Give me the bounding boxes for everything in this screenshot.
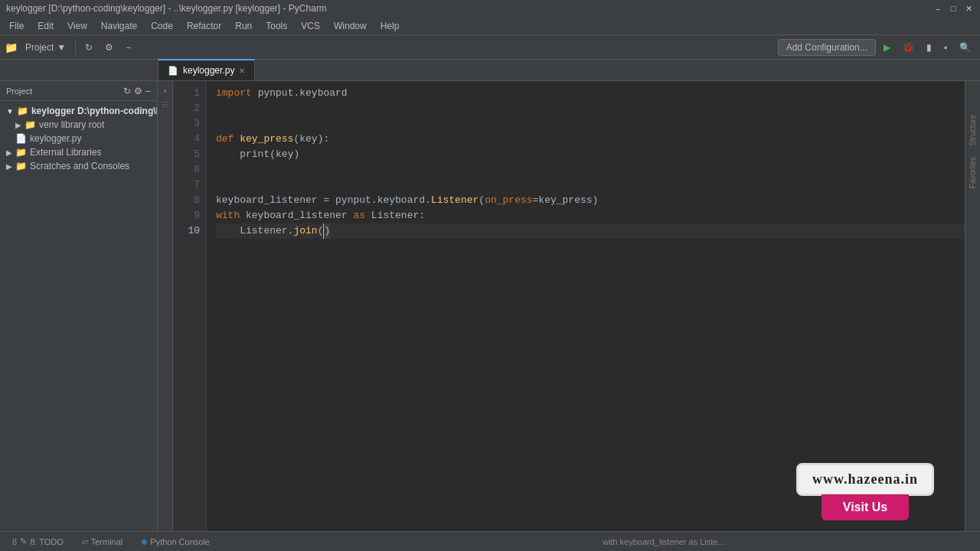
terminal-label: Terminal — [91, 537, 123, 546]
line-num-2: 2 — [173, 101, 200, 116]
ext-libs-folder-icon: 📁 — [15, 147, 27, 158]
code-line-10: Listener.join() — [216, 223, 965, 239]
menu-tools[interactable]: Tools — [260, 19, 293, 33]
code-line-8: keyboard_listener = pynput.keyboard.List… — [216, 193, 965, 208]
line-num-9: 9 — [173, 208, 200, 223]
tree-item-venv[interactable]: ▶ 📁 venv library root — [0, 118, 157, 132]
tab-bar: 📄 keylogger.py ✕ — [0, 60, 980, 81]
tab-label: keylogger.py — [183, 65, 234, 76]
right-panel-structure[interactable]: Structure — [967, 112, 978, 149]
toolbar: 📁 Project ▼ ↻ ⚙ − Add Configuration... ▶… — [0, 35, 980, 60]
tree-label-scratches-consoles: Scratches and Consoles — [30, 161, 129, 171]
tab-py-icon: 📄 — [168, 66, 178, 76]
code-line-5: print(key) — [216, 147, 965, 162]
line-numbers: 1 2 3 4 5 6 7 8 9 10 — [173, 81, 207, 531]
maximize-button[interactable]: □ — [948, 3, 959, 14]
line-num-10: 10 — [173, 223, 200, 239]
code-line-7 — [216, 178, 965, 193]
line-num-5: 5 — [173, 147, 200, 162]
run-icon[interactable]: ▶ — [879, 40, 895, 55]
terminal-tab[interactable]: ▱ Terminal — [76, 534, 129, 549]
line-num-6: 6 — [173, 162, 200, 178]
project-icon: 📁 — [5, 41, 18, 54]
tree-item-keylogger-py[interactable]: 📄 keylogger.py — [0, 132, 157, 145]
sidebar-collapse-icon[interactable]: – — [145, 86, 151, 96]
add-configuration-button[interactable]: Add Configuration... — [778, 39, 876, 56]
debug-icon[interactable]: 🐞 — [898, 40, 919, 55]
tab-close-icon[interactable]: ✕ — [239, 67, 245, 75]
folder-expand-icon: ▼ — [6, 107, 14, 116]
code-line-9: with keyboard_listener as Listener: — [216, 208, 965, 223]
folder-arrow-icon: ▶ — [15, 121, 21, 129]
project-folder-icon: 📁 — [17, 106, 28, 116]
menu-run[interactable]: Run — [229, 19, 258, 33]
todo-icon: ✎ — [20, 536, 27, 546]
python-icon: ◆ — [141, 536, 147, 546]
profile-icon[interactable]: ▪ — [939, 40, 952, 55]
python-console-tab[interactable]: ◆ Python Console — [135, 534, 216, 549]
code-line-6 — [216, 162, 965, 178]
watermark-cta[interactable]: Visit Us — [822, 494, 909, 520]
code-line-2 — [216, 101, 965, 116]
menu-window[interactable]: Window — [328, 19, 373, 33]
line-num-3: 3 — [173, 116, 200, 132]
toolbar-separator — [75, 40, 76, 55]
code-line-4: def key_press(key): — [216, 132, 965, 147]
coverage-icon[interactable]: ▮ — [922, 40, 936, 55]
tree-item-keylogger-root[interactable]: ▼ 📁 keylogger D:\python-coding\ke — [0, 104, 157, 118]
scratches-arrow-icon: ▶ — [6, 162, 12, 171]
file-tree: ▼ 📁 keylogger D:\python-coding\ke ▶ 📁 ve… — [0, 101, 157, 531]
sidebar-refresh-icon[interactable]: ↻ — [123, 86, 131, 96]
tree-item-scratches-consoles[interactable]: ▶ 📁 Scratches and Consoles — [0, 159, 157, 173]
window-title: keylogger [D:\python-coding\keylogger] -… — [6, 3, 327, 14]
menu-bar: File Edit View Navigate Code Refactor Ru… — [0, 17, 980, 35]
sidebar-settings-icon[interactable]: ⚙ — [134, 86, 142, 96]
python-console-label: Python Console — [150, 537, 210, 546]
line-num-4: 4 — [173, 132, 200, 147]
tree-label-venv: venv library root — [39, 119, 104, 130]
menu-help[interactable]: Help — [374, 19, 406, 33]
title-bar: keylogger [D:\python-coding\keylogger] -… — [0, 0, 980, 17]
minus-icon[interactable]: − — [121, 40, 136, 55]
gutter-structure-icon[interactable]: ☷ — [159, 98, 172, 110]
search-icon[interactable]: 🔍 — [955, 40, 975, 55]
editor-left-gutter: ♦ ☷ — [158, 81, 173, 531]
project-dropdown[interactable]: Project ▼ — [21, 40, 70, 55]
watermark-overlay: www.hazeena.in Visit Us — [796, 463, 934, 520]
venv-folder-icon: 📁 — [24, 119, 36, 130]
minimize-button[interactable]: – — [933, 3, 943, 14]
tree-label-root: keylogger D:\python-coding\ke — [31, 106, 157, 116]
menu-vcs[interactable]: VCS — [295, 19, 326, 33]
ext-libs-arrow-icon: ▶ — [6, 148, 12, 157]
sidebar-icons: ↻ ⚙ – — [123, 86, 151, 96]
settings-icon[interactable]: ⚙ — [100, 40, 118, 55]
menu-refactor[interactable]: Refactor — [181, 19, 227, 33]
line-num-8: 8 — [173, 193, 200, 208]
line-num-7: 7 — [173, 178, 200, 193]
close-button[interactable]: ✕ — [963, 3, 974, 14]
todo-number: 8 — [12, 537, 17, 546]
title-bar-controls: – □ ✕ — [933, 3, 974, 14]
menu-navigate[interactable]: Navigate — [95, 19, 143, 33]
right-panel-favorites[interactable]: Favorites — [967, 154, 978, 191]
bottom-bar: 8 ✎ 8: TODO ▱ Terminal ◆ Python Console … — [0, 531, 980, 551]
tree-label-external-libs: External Libraries — [30, 147, 101, 158]
menu-view[interactable]: View — [61, 19, 93, 33]
todo-tab[interactable]: 8 ✎ 8: TODO — [6, 534, 70, 549]
menu-code[interactable]: Code — [145, 19, 179, 33]
tab-keylogger-py[interactable]: 📄 keylogger.py ✕ — [158, 59, 255, 80]
menu-file[interactable]: File — [3, 19, 30, 33]
dropdown-arrow-icon: ▼ — [57, 42, 66, 53]
right-panel: Structure Favorites — [965, 81, 980, 531]
sidebar-title: Project — [6, 86, 32, 96]
todo-label: 8: TODO — [30, 537, 64, 546]
gutter-bookmark-icon[interactable]: ♦ — [159, 84, 172, 96]
tree-item-external-libs[interactable]: ▶ 📁 External Libraries — [0, 145, 157, 159]
watermark-url: www.hazeena.in — [796, 463, 934, 496]
scratches-folder-icon: 📁 — [15, 161, 27, 171]
menu-edit[interactable]: Edit — [31, 19, 60, 33]
sync-btn[interactable]: ↻ — [80, 40, 97, 55]
line-num-1: 1 — [173, 86, 200, 101]
kw-import: import — [216, 86, 252, 101]
sidebar-header: Project ↻ ⚙ – — [0, 81, 157, 101]
